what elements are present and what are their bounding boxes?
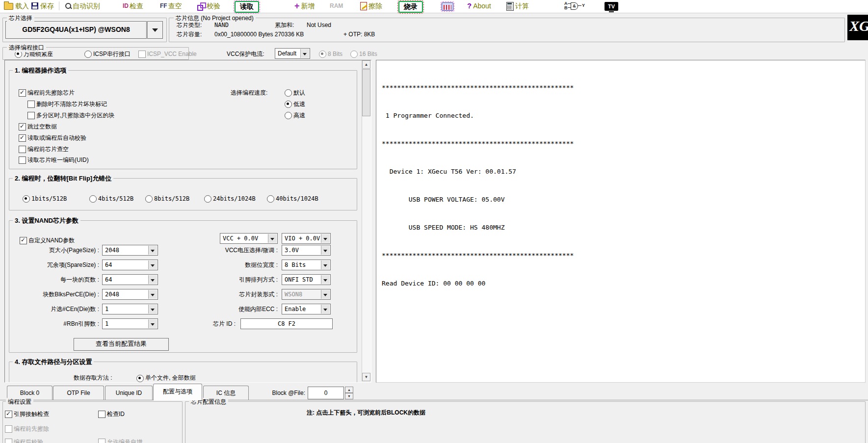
about-button[interactable]: ?About	[467, 1, 491, 11]
speed-low-radio[interactable]	[285, 101, 292, 108]
chip-id-input[interactable]: C8 F2	[240, 318, 333, 329]
bitflip-24-radio[interactable]	[204, 195, 211, 203]
keep-badblock-mark-label[interactable]: 删除时不清除芯片坏块标记	[36, 101, 107, 108]
chevron-down-icon[interactable]	[321, 275, 330, 284]
chevron-down-icon[interactable]	[321, 305, 330, 313]
bitflip-4-label[interactable]: 4bits/512B	[98, 195, 133, 203]
chevron-down-icon[interactable]	[321, 246, 330, 255]
bitflip-1-radio[interactable]	[23, 195, 30, 203]
blank-check-before-program-label[interactable]: 编程前芯片查空	[27, 146, 69, 153]
speed-default-label[interactable]: 默认	[293, 89, 305, 97]
scrollbar-thumb[interactable]	[362, 69, 370, 116]
read-button[interactable]: 读取	[235, 1, 259, 13]
vcc-voltage-combo[interactable]: 3.0V	[282, 245, 331, 256]
read-uid-checkbox[interactable]	[19, 156, 26, 164]
scroll-up-button[interactable]: ▲	[362, 60, 370, 69]
erase-before-program-checkbox[interactable]	[19, 89, 26, 97]
data-access-method-label: 数据存取方法 :	[74, 374, 112, 382]
chevron-down-icon[interactable]	[148, 275, 157, 284]
read-uid-label[interactable]: 读取芯片唯一编码(UID)	[27, 156, 89, 164]
rbn-count-combo[interactable]: 1	[102, 318, 158, 329]
options-scrollbar[interactable]: ▲ ▼	[362, 60, 371, 381]
block-at-file-input[interactable]: 0	[308, 387, 344, 399]
bitflip-8-radio[interactable]	[145, 195, 153, 203]
logic-test-button[interactable]: AB & Y	[564, 1, 586, 11]
bitflip-1-label[interactable]: 1bits/512B	[31, 195, 67, 203]
single-file-radio[interactable]	[136, 375, 144, 382]
auto-verify-label[interactable]: 读取或编程后自动校验	[27, 134, 86, 142]
chevron-down-icon[interactable]	[148, 246, 157, 255]
vio-trim-combo[interactable]: VIO + 0.0V	[282, 233, 331, 244]
save-button[interactable]: 保存	[31, 1, 54, 11]
bitflip-40-radio[interactable]	[267, 195, 274, 203]
icsp-interface-label[interactable]: ICSP串行接口	[93, 51, 131, 58]
new-project-button[interactable]: +新增	[294, 1, 315, 11]
data-width-combo[interactable]: 8 Bits	[282, 260, 331, 270]
tab-config-options[interactable]: 配置与选项	[153, 384, 202, 400]
chevron-down-icon[interactable]	[148, 305, 157, 313]
pinout-combo[interactable]: ONFI STD	[282, 274, 331, 285]
blocks-per-ce-combo[interactable]: 2048	[102, 289, 158, 300]
speed-low-label[interactable]: 低速	[293, 101, 305, 108]
bitflip-8-label[interactable]: 8bits/512B	[154, 195, 189, 203]
skip-blank-label[interactable]: 跳过空数据	[27, 123, 57, 130]
ic-socket-button[interactable]	[442, 1, 453, 11]
bitflip-4-radio[interactable]	[89, 195, 97, 203]
vcc-current-combo[interactable]: Default	[275, 48, 310, 59]
erase-button[interactable]: 擦除	[360, 1, 382, 11]
chevron-down-icon[interactable]	[148, 261, 157, 269]
tab-unique-id[interactable]: Unique ID	[105, 386, 153, 400]
block-down-button[interactable]: ▼	[345, 393, 353, 399]
log-console[interactable]: ****************************************…	[376, 60, 866, 383]
burn-button[interactable]: 烧录	[398, 1, 423, 13]
single-file-label[interactable]: 单个文件, 全部数据	[145, 374, 196, 382]
custom-nand-label[interactable]: 自定义NAND参数	[28, 237, 75, 244]
load-button[interactable]: 载入	[4, 1, 29, 11]
pin-contact-check-checkbox[interactable]	[5, 411, 12, 418]
tab-otp-file[interactable]: OTP File	[53, 386, 104, 400]
skip-blank-checkbox[interactable]	[19, 123, 26, 130]
block-up-button[interactable]: ▲	[345, 387, 353, 393]
tv-mode-button[interactable]: TV	[605, 1, 618, 11]
erase-selected-partition-checkbox[interactable]	[27, 112, 35, 119]
speed-default-radio[interactable]	[285, 89, 292, 97]
auto-detect-button[interactable]: 自动识别	[65, 1, 100, 11]
blank-check-before-program-checkbox[interactable]	[19, 146, 26, 153]
pagesize-combo[interactable]: 2048	[102, 245, 158, 256]
erase-selected-partition-label[interactable]: 多分区时,只擦除选中分区的块	[36, 112, 114, 119]
auto-verify-checkbox[interactable]	[19, 134, 26, 142]
chevron-down-icon[interactable]	[321, 261, 330, 269]
vcc-trim-combo[interactable]: VCC + 0.0V	[220, 233, 278, 244]
sparesize-combo[interactable]: 64	[102, 260, 158, 270]
pages-per-block-combo[interactable]: 64	[102, 274, 158, 285]
view-config-button[interactable]: 查看当前配置结果	[74, 338, 169, 351]
verify-button[interactable]: 校验	[197, 1, 220, 11]
chip-select-dropdown-button[interactable]	[147, 21, 163, 39]
blank-check-button[interactable]: FF查空	[160, 1, 182, 11]
scroll-down-button[interactable]: ▼	[362, 373, 370, 381]
chevron-down-icon[interactable]	[268, 234, 277, 243]
pin-contact-check-label[interactable]: 引脚接触检查	[14, 411, 49, 418]
toolbar-separator	[59, 1, 59, 10]
speed-high-radio[interactable]	[285, 112, 292, 119]
chevron-down-icon[interactable]	[148, 290, 157, 299]
custom-nand-checkbox[interactable]	[20, 237, 27, 244]
ce-count-combo[interactable]: 1	[102, 304, 158, 314]
erase-before-program-label[interactable]: 编程前先擦除芯片	[27, 89, 75, 97]
icsp-interface-radio[interactable]	[84, 51, 92, 58]
speed-select-label: 选择编程速度:	[231, 89, 267, 97]
speed-high-label[interactable]: 高速	[293, 112, 305, 119]
internal-ecc-combo[interactable]: Enable	[282, 304, 331, 314]
bitflip-24-label[interactable]: 24bits/1024B	[213, 195, 256, 203]
bitflip-40-label[interactable]: 40bits/1024B	[276, 195, 318, 203]
chevron-down-icon[interactable]	[148, 319, 157, 328]
id-check-button[interactable]: ID检查	[123, 1, 143, 11]
chevron-down-icon[interactable]	[300, 49, 309, 58]
check-id-checkbox[interactable]	[98, 411, 105, 418]
chip-select-button[interactable]: GD5F2GQ4UA(x1+ISP) @WSON8	[5, 21, 147, 39]
chevron-down-icon[interactable]	[321, 234, 330, 243]
pinout-label: 引脚排列方式 :	[182, 276, 278, 284]
calculator-button[interactable]: 计算	[506, 1, 529, 11]
check-id-label[interactable]: 检查ID	[107, 411, 125, 418]
keep-badblock-mark-checkbox[interactable]	[27, 101, 35, 108]
